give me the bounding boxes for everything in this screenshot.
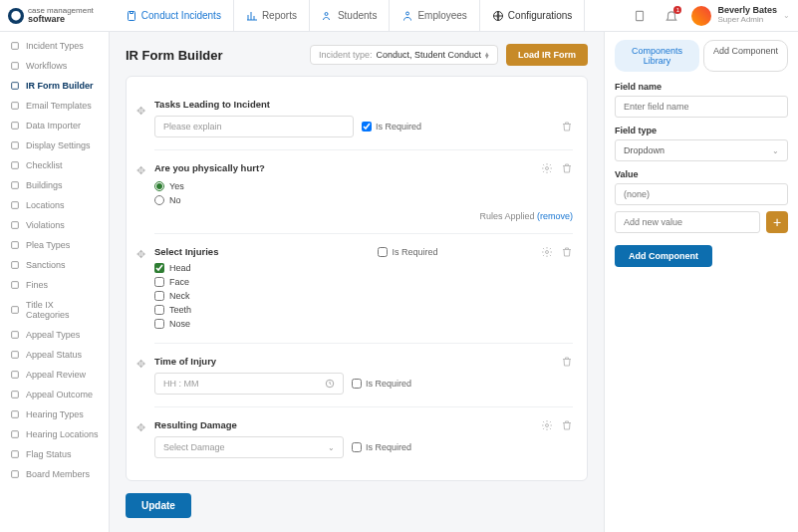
drag-handle-icon[interactable]: ✥	[136, 105, 145, 118]
sidebar-item-plea-types[interactable]: Plea Types	[0, 235, 109, 255]
damage-select[interactable]: Select Damage ⌄	[154, 436, 344, 458]
trash-icon[interactable]	[561, 121, 573, 133]
svg-rect-25	[12, 451, 19, 458]
time-required[interactable]: Is Required	[352, 379, 411, 389]
sidebar-item-incident-types[interactable]: Incident Types	[0, 36, 109, 56]
sidebar-item-workflows[interactable]: Workflows	[0, 56, 109, 76]
trash-icon[interactable]	[561, 356, 573, 368]
incident-type-select[interactable]: Incident type: Conduct, Student Conduct …	[310, 45, 498, 65]
load-ir-form-button[interactable]: Load IR Form	[506, 44, 588, 66]
injuries-required[interactable]: Is Required	[378, 247, 437, 257]
user-menu[interactable]: Beverly Bates Super Admin ⌄	[691, 6, 790, 26]
sidebar-item-flag-status[interactable]: Flag Status	[0, 444, 109, 464]
menu-item-icon	[10, 449, 20, 459]
sidebar-item-violations[interactable]: Violations	[0, 215, 109, 235]
trash-icon[interactable]	[561, 162, 573, 174]
nav-reports[interactable]: Reports	[234, 0, 310, 31]
sidebar-item-fines[interactable]: Fines	[0, 275, 109, 295]
chevron-down-icon: ⌄	[328, 443, 335, 452]
field-tasks: ✥ Tasks Leading to Incident Please expla…	[154, 91, 573, 145]
remove-rules-link[interactable]: (remove)	[537, 211, 573, 221]
page-title: IR Form Builder	[126, 48, 223, 63]
sidebar-item-locations[interactable]: Locations	[0, 195, 109, 215]
sidebar-item-ir-form-builder[interactable]: IR Form Builder	[0, 76, 109, 96]
value-input[interactable]	[615, 183, 788, 205]
rules-applied: Rules Applied (remove)	[154, 211, 573, 221]
hurt-no[interactable]: No	[154, 193, 541, 207]
svg-rect-12	[12, 182, 19, 189]
tab-components-library[interactable]: Components Library	[615, 40, 699, 72]
sidebar-item-hearing-locations[interactable]: Hearing Locations	[0, 424, 109, 444]
injury-head[interactable]: Head	[154, 261, 541, 275]
sidebar-item-data-importer[interactable]: Data Importer	[0, 116, 109, 135]
gear-icon[interactable]	[541, 162, 553, 174]
employee-icon	[401, 10, 413, 22]
sidebar-item-email-templates[interactable]: Email Templates	[0, 96, 109, 116]
trash-icon[interactable]	[561, 419, 573, 431]
field-type-select[interactable]: Dropdown ⌄	[615, 139, 788, 161]
clipboard-button[interactable]	[628, 4, 652, 28]
drag-handle-icon[interactable]: ✥	[136, 358, 145, 371]
nav-conduct-incidents[interactable]: Conduct Incidents	[114, 0, 234, 31]
time-input[interactable]: HH : MM	[154, 373, 344, 395]
injury-teeth[interactable]: Teeth	[154, 303, 541, 317]
svg-rect-20	[12, 352, 19, 359]
sort-arrows-icon: ▴▾	[485, 52, 489, 59]
nav-students[interactable]: Students	[310, 0, 390, 31]
field-name-label: Field name	[615, 82, 788, 92]
drag-handle-icon[interactable]: ✥	[136, 248, 145, 261]
svg-point-2	[406, 12, 409, 15]
gear-icon[interactable]	[541, 246, 553, 258]
damage-required[interactable]: Is Required	[352, 442, 411, 452]
nav-employees[interactable]: Employees	[390, 0, 479, 31]
menu-item-icon	[10, 140, 20, 150]
nav-configurations[interactable]: Configurations	[480, 0, 585, 31]
tasks-input[interactable]: Please explain	[154, 116, 354, 137]
field-name-input[interactable]	[615, 96, 788, 118]
update-button[interactable]: Update	[126, 493, 191, 518]
sidebar-item-title-ix-categories[interactable]: Title IX Categories	[0, 295, 109, 325]
injury-nose[interactable]: Nose	[154, 317, 541, 331]
menu-item-icon	[10, 350, 20, 360]
svg-rect-21	[12, 372, 19, 379]
sidebar-item-hearing-types[interactable]: Hearing Types	[0, 404, 109, 424]
sidebar-item-appeal-types[interactable]: Appeal Types	[0, 325, 109, 345]
sidebar-item-buildings[interactable]: Buildings	[0, 175, 109, 195]
svg-point-30	[546, 424, 549, 427]
user-role: Super Admin	[717, 16, 777, 25]
drag-handle-icon[interactable]: ✥	[136, 421, 145, 434]
svg-rect-5	[12, 43, 19, 50]
injury-neck[interactable]: Neck	[154, 289, 541, 303]
top-bar: ⬤ case management software Conduct Incid…	[0, 0, 798, 32]
drag-handle-icon[interactable]: ✥	[136, 164, 145, 177]
logo-icon: ⬤	[8, 8, 24, 24]
add-value-input[interactable]	[615, 211, 760, 233]
menu-item-icon	[10, 81, 20, 91]
clipboard-small-icon	[633, 9, 647, 23]
menu-item-icon	[10, 101, 20, 111]
injury-face[interactable]: Face	[154, 275, 541, 289]
sidebar-item-checklist[interactable]: Checklist	[0, 155, 109, 175]
notifications-button[interactable]: 1	[660, 4, 683, 28]
sidebar-item-sanctions[interactable]: Sanctions	[0, 255, 109, 275]
trash-icon[interactable]	[561, 246, 573, 258]
svg-rect-19	[12, 332, 19, 339]
value-label: Value	[615, 169, 788, 179]
sidebar-item-board-members[interactable]: Board Members	[0, 464, 109, 484]
svg-rect-10	[12, 142, 19, 149]
add-value-button[interactable]: +	[766, 211, 788, 233]
hurt-yes[interactable]: Yes	[154, 179, 541, 193]
sidebar-item-appeal-review[interactable]: Appeal Review	[0, 365, 109, 385]
svg-point-1	[325, 12, 328, 15]
sidebar-item-appeal-status[interactable]: Appeal Status	[0, 345, 109, 365]
sidebar-item-appeal-outcome[interactable]: Appeal Outcome	[0, 385, 109, 404]
svg-point-28	[546, 251, 549, 254]
menu-item-icon	[10, 305, 20, 315]
field-damage: ✥ Resulting Damage Select Damage ⌄ Is Re…	[154, 406, 573, 466]
gear-icon[interactable]	[541, 419, 553, 431]
field-injuries: ✥ Select Injuries Is Required HeadFaceNe…	[154, 233, 573, 339]
tab-add-component[interactable]: Add Component	[703, 40, 788, 72]
add-component-button[interactable]: Add Component	[615, 245, 712, 267]
sidebar-item-display-settings[interactable]: Display Settings	[0, 135, 109, 155]
tasks-required[interactable]: Is Required	[362, 122, 421, 132]
